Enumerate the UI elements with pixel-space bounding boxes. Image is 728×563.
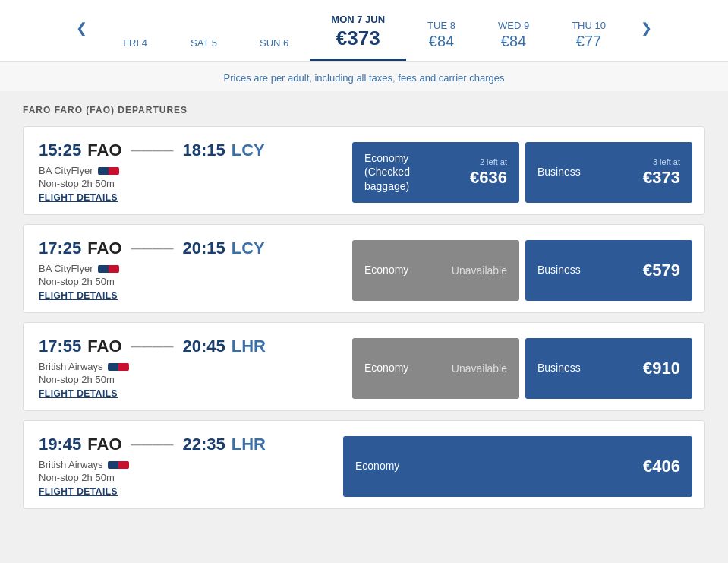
- flight-info: 17:55 FAO ———— 20:45 LHR British Airways…: [39, 337, 297, 400]
- airline-logo: [98, 167, 119, 175]
- date-price: €373: [336, 27, 380, 50]
- option-label: Economy: [364, 361, 408, 375]
- route-arrow: ————: [131, 340, 174, 353]
- flight-option-available[interactable]: Business€910: [525, 338, 692, 399]
- section-title: FARO FARO (FAO) DEPARTURES: [23, 105, 705, 115]
- arrive-airport: LCY: [232, 141, 265, 160]
- flight-option-unavailable: EconomyUnavailable: [352, 338, 519, 399]
- date-item-4[interactable]: TUE 8€84: [406, 14, 477, 61]
- airline-logo: [98, 265, 119, 273]
- flight-option-available[interactable]: Business3 left at€373: [525, 142, 692, 203]
- flight-card: 19:45 FAO ———— 22:35 LHR British Airways…: [23, 420, 705, 509]
- flight-options: Economy(Checkedbaggage)2 left at€636Busi…: [297, 142, 692, 203]
- airline-row: British Airways: [39, 459, 297, 470]
- option-price-block: 2 left at€636: [470, 157, 507, 188]
- airline-row: BA CityFlyer: [39, 263, 297, 274]
- main-content: FARO FARO (FAO) DEPARTURES 15:25 FAO ———…: [0, 91, 728, 533]
- depart-time: 19:45: [39, 435, 81, 454]
- airline-name: British Airways: [39, 459, 103, 470]
- date-day-label: FRI 4: [123, 37, 147, 49]
- flight-info: 19:45 FAO ———— 22:35 LHR British Airways…: [39, 435, 297, 498]
- option-price-block: €579: [643, 261, 680, 280]
- arrive-time: 20:45: [183, 337, 225, 356]
- option-label: Economy: [355, 459, 399, 473]
- date-item-6[interactable]: THU 10€77: [550, 14, 627, 61]
- airline-name: BA CityFlyer: [39, 165, 93, 176]
- flight-options: EconomyUnavailableBusiness€579: [297, 240, 692, 301]
- date-day-label: MON 7 JUN: [331, 14, 385, 25]
- option-unavailable-text: Unavailable: [452, 264, 507, 277]
- option-price: €579: [643, 261, 680, 280]
- flight-options: Economy€406: [297, 436, 692, 497]
- airline-row: British Airways: [39, 361, 297, 372]
- option-price: €406: [643, 457, 680, 476]
- option-price-block: €910: [643, 359, 680, 378]
- date-list: FRI 4SAT 5SUN 6MON 7 JUN€373TUE 8€84WED …: [101, 8, 627, 61]
- flight-option-available[interactable]: Economy(Checkedbaggage)2 left at€636: [352, 142, 519, 203]
- date-item-2[interactable]: SUN 6: [238, 31, 310, 61]
- arrive-airport: LHR: [232, 337, 266, 356]
- airline-name: British Airways: [39, 361, 103, 372]
- depart-time: 15:25: [39, 141, 81, 160]
- option-seats: 3 left at: [643, 157, 680, 166]
- arrive-time: 18:15: [183, 141, 225, 160]
- option-label: Business: [537, 165, 581, 179]
- airline-logo: [108, 363, 129, 371]
- flight-duration: Non-stop 2h 50m: [39, 276, 297, 287]
- date-item-3[interactable]: MON 7 JUN€373: [310, 8, 406, 61]
- arrive-time: 20:15: [183, 239, 225, 258]
- arrive-time: 22:35: [183, 435, 225, 454]
- date-day-label: WED 9: [498, 20, 529, 31]
- flight-card: 17:55 FAO ———— 20:45 LHR British Airways…: [23, 322, 705, 411]
- date-price: €84: [501, 33, 526, 50]
- prices-note-text: Prices are per adult, including all taxe…: [224, 72, 505, 84]
- date-price: €77: [576, 33, 601, 50]
- date-price: €84: [429, 33, 454, 50]
- option-unavailable-text: Unavailable: [452, 362, 507, 375]
- date-item-1[interactable]: SAT 5: [169, 31, 238, 61]
- flight-duration: Non-stop 2h 50m: [39, 472, 297, 483]
- flight-options: EconomyUnavailableBusiness€910: [297, 338, 692, 399]
- flight-duration: Non-stop 2h 50m: [39, 374, 297, 385]
- date-item-5[interactable]: WED 9€84: [477, 14, 550, 61]
- date-day-label: SAT 5: [191, 37, 217, 49]
- depart-airport: FAO: [87, 337, 121, 356]
- flight-route: 15:25 FAO ———— 18:15 LCY: [39, 141, 297, 160]
- flight-route: 17:55 FAO ———— 20:45 LHR: [39, 337, 297, 356]
- flight-details-link[interactable]: FLIGHT DETAILS: [39, 290, 118, 301]
- logo-img: [108, 363, 129, 371]
- flight-duration: Non-stop 2h 50m: [39, 178, 297, 189]
- depart-airport: FAO: [87, 141, 121, 160]
- flight-option-unavailable: EconomyUnavailable: [352, 240, 519, 301]
- option-label: Economy: [364, 263, 408, 277]
- flight-card: 17:25 FAO ———— 20:15 LCY BA CityFlyer No…: [23, 224, 705, 313]
- prices-note: Prices are per adult, including all taxe…: [0, 62, 728, 91]
- route-arrow: ————: [131, 144, 174, 157]
- date-item-0[interactable]: FRI 4: [101, 31, 169, 61]
- logo-img: [98, 167, 119, 175]
- depart-airport: FAO: [87, 435, 121, 454]
- airline-logo: [108, 461, 129, 469]
- arrive-airport: LCY: [232, 239, 265, 258]
- flight-option-available[interactable]: Business€579: [525, 240, 692, 301]
- logo-img: [98, 265, 119, 273]
- option-price: €910: [643, 359, 680, 378]
- date-navigation: ❮ FRI 4SAT 5SUN 6MON 7 JUN€373TUE 8€84WE…: [0, 0, 728, 62]
- flight-details-link[interactable]: FLIGHT DETAILS: [39, 486, 118, 497]
- airline-row: BA CityFlyer: [39, 165, 297, 176]
- date-day-label: THU 10: [572, 20, 606, 31]
- flight-route: 19:45 FAO ———— 22:35 LHR: [39, 435, 297, 454]
- flight-option-available[interactable]: Economy€406: [343, 436, 692, 497]
- flight-details-link[interactable]: FLIGHT DETAILS: [39, 192, 118, 203]
- depart-time: 17:25: [39, 239, 81, 258]
- flight-details-link[interactable]: FLIGHT DETAILS: [39, 388, 118, 399]
- option-price: €636: [470, 168, 507, 188]
- airline-name: BA CityFlyer: [39, 263, 93, 274]
- prev-arrow[interactable]: ❮: [62, 20, 101, 49]
- next-arrow[interactable]: ❯: [627, 20, 666, 49]
- option-price-block: 3 left at€373: [643, 157, 680, 188]
- depart-time: 17:55: [39, 337, 81, 356]
- option-label: Business: [537, 361, 581, 375]
- flight-info: 17:25 FAO ———— 20:15 LCY BA CityFlyer No…: [39, 239, 297, 302]
- flight-card: 15:25 FAO ———— 18:15 LCY BA CityFlyer No…: [23, 126, 705, 215]
